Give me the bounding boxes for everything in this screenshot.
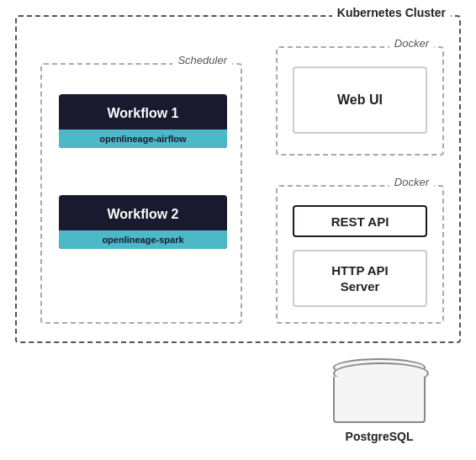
diagram-container: Kubernetes Cluster Scheduler Workflow 1 …	[0, 0, 476, 460]
cylinder-top	[333, 358, 426, 377]
workflow-1-title: Workflow 1	[59, 94, 227, 130]
workflow-2-tag: openlineage-spark	[59, 230, 227, 249]
postgres-container: PostgreSQL	[333, 358, 426, 443]
docker-box-1: Docker Web UI	[276, 46, 444, 156]
cylinder-body	[333, 377, 426, 423]
http-api-label: HTTP API Server	[331, 262, 389, 295]
rest-api-label: REST API	[331, 214, 389, 229]
docker-box-2: Docker REST API HTTP API Server	[276, 185, 444, 324]
scheduler-label: Scheduler	[172, 54, 232, 66]
web-ui-box: Web UI	[293, 66, 427, 134]
workflow-1-tag: openlineage-airflow	[59, 130, 227, 148]
k8s-cluster-label: Kubernetes Cluster	[332, 6, 451, 19]
rest-api-box: REST API	[293, 205, 427, 237]
postgres-cylinder	[333, 358, 426, 423]
http-api-box: HTTP API Server	[293, 250, 427, 307]
docker-label-1: Docker	[389, 37, 434, 50]
web-ui-label: Web UI	[337, 93, 383, 108]
postgres-label: PostgreSQL	[346, 430, 414, 443]
workflow-2-title: Workflow 2	[59, 195, 227, 230]
k8s-cluster-box: Kubernetes Cluster Scheduler Workflow 1 …	[15, 15, 461, 343]
docker-label-2: Docker	[389, 176, 434, 188]
workflow-2-card: Workflow 2 openlineage-spark	[59, 195, 227, 249]
workflow-1-card: Workflow 1 openlineage-airflow	[59, 94, 227, 148]
scheduler-box: Scheduler Workflow 1 openlineage-airflow…	[40, 63, 242, 324]
